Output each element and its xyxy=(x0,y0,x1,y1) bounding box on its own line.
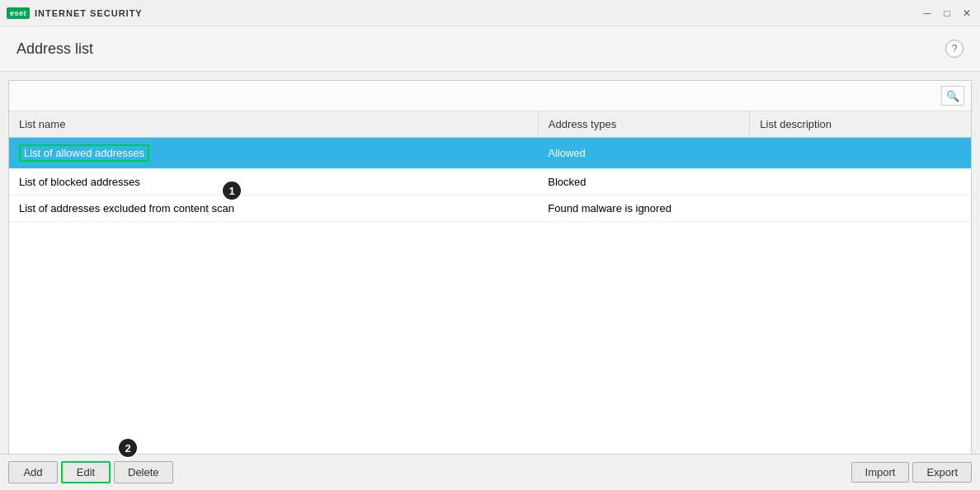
table-row[interactable]: List of allowed addresses Allowed xyxy=(9,138,971,169)
col-header-address-types: Address types xyxy=(538,111,750,138)
title-bar-left: eset INTERNET SECURITY xyxy=(7,7,143,19)
app-name: INTERNET SECURITY xyxy=(35,8,143,18)
col-header-list-name: List name xyxy=(9,111,538,138)
address-list-table: List name Address types List description… xyxy=(9,111,971,222)
minimize-button[interactable]: ─ xyxy=(921,7,934,20)
cell-list-name: List of allowed addresses xyxy=(9,138,538,169)
cell-address-types: Found malware is ignored xyxy=(538,196,750,222)
table-row[interactable]: List of blocked addresses Blocked xyxy=(9,169,971,196)
edit-button[interactable]: Edit xyxy=(61,461,111,483)
annotation-2: 2 xyxy=(117,437,139,459)
table-row[interactable]: List of addresses excluded from content … xyxy=(9,196,971,222)
import-button[interactable]: Import xyxy=(851,462,910,483)
annotation-1: 1 xyxy=(221,180,243,201)
cell-list-name: List of addresses excluded from content … xyxy=(9,196,538,222)
col-header-list-description: List description xyxy=(750,111,971,138)
table-container: List name Address types List description… xyxy=(9,111,971,474)
search-button[interactable]: 🔍 xyxy=(941,86,964,106)
maximize-button[interactable]: □ xyxy=(940,7,954,20)
cell-list-description xyxy=(750,196,971,222)
cell-list-name: List of blocked addresses xyxy=(9,169,538,196)
cell-address-types: Allowed xyxy=(538,138,750,169)
eset-logo: eset xyxy=(7,7,30,19)
bottom-bar: Add Edit Delete Import Export xyxy=(0,454,980,490)
search-icon: 🔍 xyxy=(946,90,959,102)
page-header: Address list ? xyxy=(0,26,980,72)
export-button[interactable]: Export xyxy=(912,462,972,483)
cell-list-description xyxy=(750,169,971,196)
bottom-left-buttons: Add Edit Delete xyxy=(8,461,173,483)
add-button[interactable]: Add xyxy=(8,461,58,483)
bottom-right-buttons: Import Export xyxy=(851,462,972,483)
close-button[interactable]: ✕ xyxy=(960,7,973,20)
help-button[interactable]: ? xyxy=(945,40,964,58)
title-bar: eset INTERNET SECURITY ─ □ ✕ xyxy=(0,0,980,26)
table-body: List of allowed addresses Allowed List o… xyxy=(9,138,971,222)
table-header: List name Address types List description xyxy=(9,111,971,138)
search-bar: 🔍 xyxy=(9,81,971,111)
selected-row-label: List of allowed addresses xyxy=(19,144,149,162)
title-bar-controls: ─ □ ✕ xyxy=(921,7,973,20)
cell-list-description xyxy=(750,138,971,169)
main-content: 🔍 List name Address types List descripti… xyxy=(8,80,972,475)
delete-button[interactable]: Delete xyxy=(114,461,173,483)
cell-address-types: Blocked xyxy=(538,169,750,196)
page-title: Address list xyxy=(16,40,93,58)
